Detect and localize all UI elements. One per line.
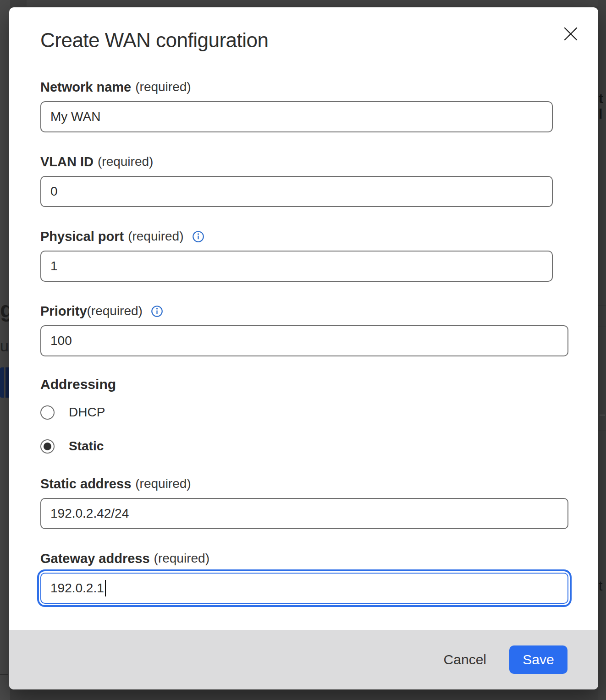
radio-static[interactable]: Static [40,439,567,454]
required-hint: (required) [98,153,153,170]
background-text-fragment: t l [599,91,606,122]
background-divider [598,327,606,327]
gateway-address-value: 192.0.2.1 [50,581,104,596]
background-window-edge [27,0,598,6]
field-static-address: Static address (required) 192.0.2.42/24 [40,476,567,529]
field-label: Gateway address (required) [40,550,567,567]
required-hint: (required) [135,476,191,492]
physical-port-value: 1 [50,259,58,273]
create-wan-dialog: Create WAN configuration Network name (r… [9,7,598,689]
required-hint: (required) [154,550,209,567]
addressing-heading: Addressing [40,376,567,393]
background-button-fragment [0,367,4,398]
field-label: VLAN ID (required) [40,153,567,170]
save-button[interactable]: Save [509,645,567,674]
priority-value: 100 [50,334,72,348]
network-name-input[interactable]: My WAN [40,101,553,132]
field-physical-port: Physical port (required) 1 [40,228,567,282]
background-divider [0,674,8,675]
network-name-label: Network name [40,79,131,95]
radio-dhcp[interactable]: DHCP [40,405,567,420]
priority-label: Priority [40,303,87,319]
background-divider [600,415,605,416]
required-hint: (required) [87,303,143,319]
background-right-strip [598,0,606,700]
field-vlan-id: VLAN ID (required) 0 [40,153,567,207]
field-network-name: Network name (required) My WAN [40,79,567,132]
vlan-id-input[interactable]: 0 [40,176,553,207]
background-text-fragment: t [599,578,602,594]
radio-dhcp-label: DHCP [69,405,105,420]
background-divider [598,306,606,306]
field-label: Physical port (required) [40,228,567,245]
background-divider [598,281,606,281]
field-priority: Priority (required) 100 [40,303,567,356]
radio-static-label: Static [69,439,104,454]
background-left-strip [0,0,10,700]
vlan-id-value: 0 [50,184,58,199]
field-label: Static address (required) [40,476,567,492]
gateway-address-input[interactable]: 192.0.2.1 [40,573,568,604]
vlan-id-label: VLAN ID [40,153,94,170]
background-text-fragment: u [0,337,9,355]
text-cursor [105,580,106,596]
radio-circle-selected [40,439,55,454]
required-hint: (required) [128,228,183,245]
info-icon[interactable] [192,230,204,243]
priority-input[interactable]: 100 [40,325,568,356]
field-gateway-address: Gateway address (required) 192.0.2.1 [40,550,567,604]
physical-port-label: Physical port [40,228,124,245]
cancel-button[interactable]: Cancel [444,652,486,667]
static-address-label: Static address [40,476,131,492]
physical-port-input[interactable]: 1 [40,251,553,282]
info-icon[interactable] [151,305,163,317]
dialog-footer: Cancel Save [9,630,598,689]
static-address-input[interactable]: 192.0.2.42/24 [40,498,568,529]
radio-circle-unselected [40,405,55,420]
gateway-address-label: Gateway address [40,550,150,567]
network-name-value: My WAN [50,109,100,124]
static-address-value: 192.0.2.42/24 [50,506,129,521]
field-label: Priority (required) [40,303,567,319]
required-hint: (required) [135,79,191,95]
field-label: Network name (required) [40,79,567,95]
dialog-title: Create WAN configuration [40,28,567,52]
background-divider [598,431,606,431]
